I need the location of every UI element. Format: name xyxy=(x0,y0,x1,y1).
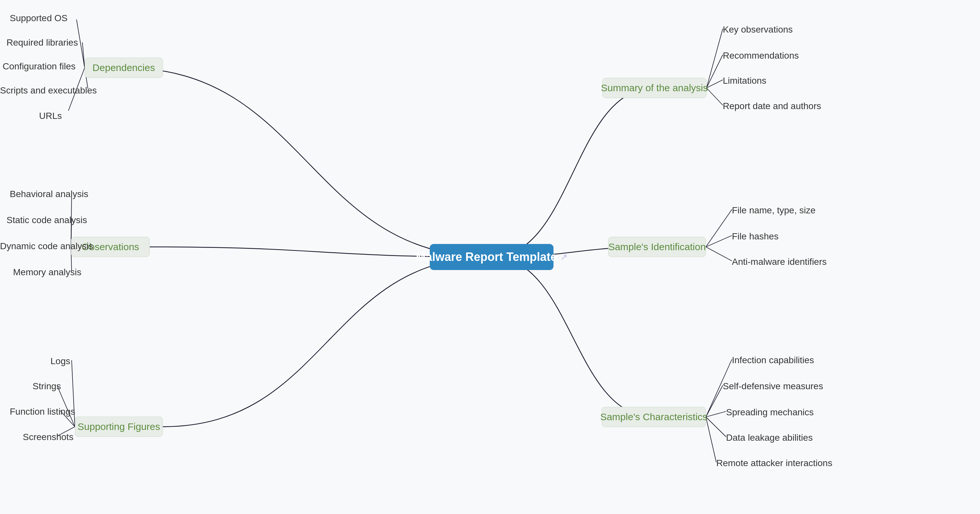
leaf-anti-malware-identifiers: Anti-malware identifiers xyxy=(732,257,827,267)
central-node[interactable]: Malware Report Template ↗ xyxy=(430,244,554,270)
leaf-behavioral-analysis: Behavioral analysis xyxy=(10,189,88,200)
leaf-limitations: Limitations xyxy=(723,75,767,86)
leaf-remote-attacker-interactions: Remote attacker interactions xyxy=(716,458,832,468)
leaf-supported-os: Supported OS xyxy=(10,13,67,24)
leaf-self-defensive-measures: Self-defensive measures xyxy=(723,381,823,391)
node-samples-characteristics[interactable]: Sample's Characteristics xyxy=(602,407,706,427)
leaf-configuration-files: Configuration files xyxy=(3,61,76,72)
leaf-strings: Strings xyxy=(33,381,61,391)
node-summary[interactable]: Summary of the analysis xyxy=(602,78,706,98)
mindmap-container: Malware Report Template ↗ Dependencies S… xyxy=(0,0,980,514)
leaf-spreading-mechanics: Spreading mechanics xyxy=(726,407,814,418)
leaf-function-listings: Function listings xyxy=(10,407,75,417)
leaf-data-leakage-abilities: Data leakage abilities xyxy=(726,433,813,443)
leaf-required-libraries: Required libraries xyxy=(6,37,78,48)
leaf-infection-capabilities: Infection capabilities xyxy=(732,355,814,366)
node-samples-identification[interactable]: Sample's Identification xyxy=(608,237,706,257)
central-label: Malware Report Template xyxy=(416,250,557,264)
leaf-key-observations: Key observations xyxy=(723,24,793,35)
node-supporting-figures[interactable]: Supporting Figures xyxy=(75,417,163,437)
leaf-urls: URLs xyxy=(39,111,62,121)
leaf-memory-analysis: Memory analysis xyxy=(13,267,81,278)
leaf-file-name-type-size: File name, type, size xyxy=(732,205,816,215)
leaf-dynamic-code-analysis: Dynamic code analysis xyxy=(0,241,93,251)
external-link-icon: ↗ xyxy=(560,252,568,262)
leaf-report-date-authors: Report date and authors xyxy=(723,101,821,112)
leaf-file-hashes: File hashes xyxy=(732,231,778,242)
leaf-static-code-analysis: Static code analysis xyxy=(6,215,87,225)
node-dependencies[interactable]: Dependencies xyxy=(85,57,163,78)
leaf-scripts-executables: Scripts and executables xyxy=(0,85,97,96)
leaf-screenshots: Screenshots xyxy=(23,432,73,442)
leaf-recommendations: Recommendations xyxy=(723,51,799,61)
leaf-logs: Logs xyxy=(51,356,70,366)
